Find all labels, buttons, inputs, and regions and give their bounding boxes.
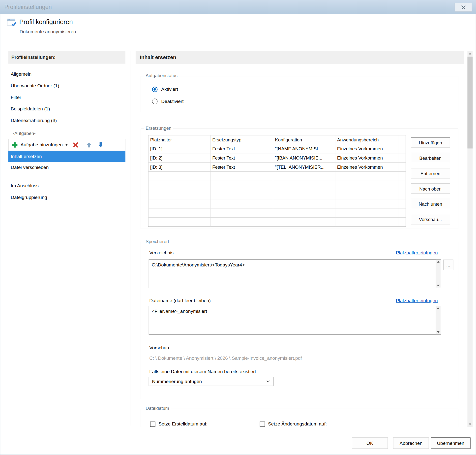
- table-row-empty: [148, 172, 406, 181]
- arrow-down-icon: [98, 142, 104, 148]
- main-panel: Inhalt ersetzen Aufgabenstatus Aktiviert…: [136, 51, 464, 427]
- scrollbar[interactable]: [436, 306, 441, 334]
- group-dateidatum: Dateidatum Setze Erstelldatum auf: Setze…: [141, 409, 458, 427]
- preview-path: C: \ Dokumente \ Anonymisiert \ 2026 \ S…: [149, 356, 302, 361]
- cell: Fester Text: [210, 153, 273, 162]
- radio-checked-icon: [152, 87, 157, 92]
- cell: Einzelnes Vorkommen: [335, 162, 398, 172]
- tasks-section-label: -Aufgaben-: [8, 128, 125, 139]
- scroll-up-icon[interactable]: [467, 51, 473, 56]
- profile-config-icon: [7, 18, 16, 28]
- chevron-down-icon: [65, 144, 68, 146]
- checkbox-aenderungsdatum-label: Setze Änderungsdatum auf:: [268, 421, 327, 427]
- cell: [398, 144, 406, 153]
- sidebar-item-im-anschluss[interactable]: Im Anschluss: [8, 180, 125, 192]
- table-row[interactable]: [ID: 2] Fester Text "[IBAN ANONYMISIE...…: [148, 153, 406, 162]
- group-label-aufgabenstatus: Aufgabenstatus: [144, 73, 179, 78]
- scrollbar[interactable]: [436, 260, 441, 288]
- checkbox-erstelldatum-label: Setze Erstelldatum auf:: [158, 421, 208, 427]
- scroll-down-icon[interactable]: [437, 331, 440, 333]
- replacements-table: Platzhalter Ersetzungstyp Konfiguration …: [148, 135, 406, 227]
- cancel-button[interactable]: Abbrechen: [393, 437, 429, 449]
- cell: Fester Text: [210, 162, 273, 172]
- group-speicherort: Speicherort Verzeichnis: Platzhalter ein…: [141, 242, 458, 399]
- sidebar-item-beispieldateien[interactable]: Beispieldateien (1): [8, 103, 125, 115]
- directory-value: C:\Dokumente\Anonymisiert\<TodaysYear4>: [149, 260, 441, 267]
- task-item-inhalt-ersetzen[interactable]: Inhalt ersetzen: [8, 151, 125, 162]
- filename-input[interactable]: <FileName>_anonymisiert: [149, 306, 441, 335]
- file-exists-label: Falls eine Datei mit diesem Namen bereit…: [149, 369, 257, 374]
- plus-icon: [12, 142, 18, 148]
- insert-placeholder-link-directory[interactable]: Platzhalter einfügen: [396, 250, 438, 256]
- table-header-row: Platzhalter Ersetzungstyp Konfiguration …: [148, 135, 406, 144]
- move-task-down-button[interactable]: [96, 141, 105, 149]
- chevron-down-icon: [266, 380, 270, 383]
- radio-unchecked-icon: [152, 98, 157, 104]
- sidebar-item-filter[interactable]: Filter: [8, 92, 125, 103]
- cell: "[TEL. ANONYMISIER...: [273, 162, 335, 172]
- browse-button[interactable]: ...: [443, 260, 453, 270]
- delete-icon: [73, 142, 79, 148]
- cell: Einzelnes Vorkommen: [335, 153, 398, 162]
- scroll-up-icon[interactable]: [437, 261, 440, 262]
- table-row-empty: [148, 181, 406, 190]
- checkbox-icon: [150, 422, 155, 427]
- scroll-down-icon[interactable]: [467, 422, 473, 427]
- file-exists-select[interactable]: Nummerierung anfügen: [149, 377, 273, 386]
- column-header-platzhalter[interactable]: Platzhalter: [148, 135, 210, 144]
- section-title: Inhalt ersetzen: [136, 51, 464, 64]
- directory-input[interactable]: C:\Dokumente\Anonymisiert\<TodaysYear4>: [149, 259, 441, 288]
- cell: "[IBAN ANONYMISIE...: [273, 153, 335, 162]
- cell: "[NAME ANONYMISI...: [273, 144, 335, 153]
- insert-placeholder-link-filename[interactable]: Platzhalter einfügen: [396, 298, 438, 303]
- filename-label: Dateiname (darf leer bleiben):: [149, 298, 212, 303]
- radio-aktiviert[interactable]: Aktiviert: [152, 87, 178, 92]
- cell: [ID: 2]: [148, 153, 210, 162]
- divider: [11, 177, 89, 177]
- filename-value: <FileName>_anonymisiert: [149, 306, 441, 314]
- edit-button[interactable]: Bearbeiten: [411, 153, 450, 163]
- checkbox-icon: [260, 422, 265, 427]
- delete-task-button[interactable]: [72, 141, 80, 148]
- cell: [398, 162, 406, 172]
- file-exists-selected-value: Nummerierung anfügen: [152, 379, 202, 384]
- table-row-empty: [148, 218, 406, 227]
- move-task-up-button[interactable]: [85, 141, 93, 149]
- ok-button[interactable]: OK: [352, 437, 388, 449]
- main-scrollbar[interactable]: [467, 51, 473, 427]
- table-row[interactable]: [ID: 3] Fester Text "[TEL. ANONYMISIER..…: [148, 162, 406, 172]
- sidebar-item-ueberwachte-ordner[interactable]: Überwachte Ordner (1): [8, 80, 125, 92]
- table-row-empty: [148, 190, 406, 199]
- sidebar-item-allgemein[interactable]: Allgemein: [8, 68, 125, 80]
- sidebar: Profileinstellungen: Allgemein Überwacht…: [8, 51, 125, 203]
- preview-label: Vorschau:: [149, 345, 170, 351]
- cell: [398, 153, 406, 162]
- add-task-button[interactable]: Aufgabe hinzufügen: [10, 142, 69, 148]
- titlebar: Profileinstellungen: [0, 0, 476, 14]
- checkbox-aenderungsdatum[interactable]: Setze Änderungsdatum auf:: [260, 421, 327, 427]
- task-item-datei-verschieben[interactable]: Datei verschieben: [8, 162, 125, 173]
- table-row[interactable]: [ID: 1] Fester Text "[NAME ANONYMISI... …: [148, 144, 406, 153]
- scroll-up-icon[interactable]: [437, 307, 440, 309]
- sidebar-item-datenextrahierung[interactable]: Datenextrahierung (3): [8, 115, 125, 127]
- checkbox-erstelldatum[interactable]: Setze Erstelldatum auf:: [150, 421, 208, 427]
- add-button[interactable]: Hinzufügen: [411, 137, 450, 148]
- cell: Einzelnes Vorkommen: [335, 144, 398, 153]
- column-header-konfiguration[interactable]: Konfiguration: [273, 135, 335, 144]
- scroll-down-icon[interactable]: [437, 285, 440, 287]
- column-header-ersetzungstyp[interactable]: Ersetzungstyp: [210, 135, 273, 144]
- apply-button[interactable]: Übernehmen: [431, 437, 470, 449]
- column-header-empty: [398, 135, 406, 144]
- move-down-button[interactable]: Nach unten: [411, 199, 450, 209]
- remove-button[interactable]: Entfernen: [411, 168, 450, 178]
- cell: [ID: 3]: [148, 162, 210, 172]
- preview-button[interactable]: Vorschau...: [411, 214, 450, 225]
- column-header-anwendungsbereich[interactable]: Anwendungsbereich: [335, 135, 398, 144]
- cell: Fester Text: [210, 144, 273, 153]
- move-up-button[interactable]: Nach oben: [411, 183, 450, 194]
- close-button[interactable]: [455, 3, 472, 12]
- sidebar-item-dateigruppierung[interactable]: Dateigruppierung: [8, 192, 125, 203]
- page-title: Profil konfigurieren: [19, 18, 73, 26]
- radio-deaktiviert[interactable]: Deaktiviert: [152, 98, 183, 104]
- scrollbar-thumb[interactable]: [467, 57, 473, 148]
